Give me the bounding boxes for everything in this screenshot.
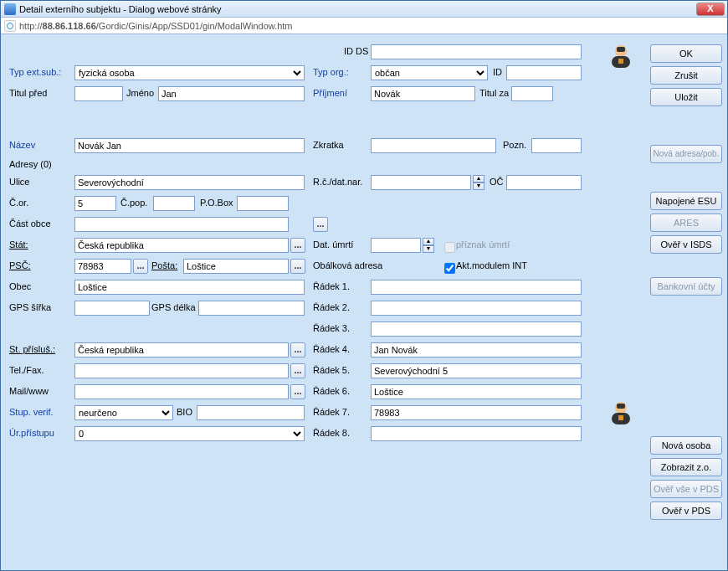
akt-modul-check[interactable] xyxy=(444,263,455,274)
radek1-field[interactable] xyxy=(371,280,582,295)
label-titul-pred: Titul před xyxy=(9,88,47,98)
label-prijmeni: Příjmení xyxy=(313,88,347,98)
mail-lookup-button[interactable]: ... xyxy=(290,384,305,399)
psc-field[interactable] xyxy=(74,259,131,274)
over-isds-button[interactable]: Ověř v ISDS xyxy=(650,235,722,254)
pozn-field[interactable] xyxy=(531,138,582,153)
svg-rect-6 xyxy=(617,404,625,409)
label-psc[interactable]: PSČ: xyxy=(9,260,31,270)
posta-field[interactable] xyxy=(183,259,289,274)
cor-field[interactable] xyxy=(74,196,116,211)
label-oc: OČ xyxy=(490,177,504,187)
stup-verif-select[interactable]: neurčeno xyxy=(74,405,173,420)
mail-field[interactable] xyxy=(74,384,289,399)
label-zkratka: Zkratka xyxy=(313,140,344,150)
ok-button[interactable]: OK xyxy=(650,44,722,63)
nova-osoba-button[interactable]: Nová osoba xyxy=(650,436,722,455)
label-radek8: Řádek 8. xyxy=(313,428,350,438)
obec-field[interactable] xyxy=(74,280,305,295)
cancel-button[interactable]: Zrušit xyxy=(650,66,722,85)
new-address-button[interactable]: Nová adresa/pob. xyxy=(650,145,722,163)
st-prislus-field[interactable] xyxy=(74,342,289,358)
stat-field[interactable] xyxy=(74,238,289,253)
label-pozn: Pozn. xyxy=(503,140,526,150)
label-posta[interactable]: Pošta: xyxy=(151,260,177,270)
label-radek5: Řádek 5. xyxy=(313,365,350,375)
posta-lookup-button[interactable]: ... xyxy=(290,259,305,274)
label-pobox: P.O.Box xyxy=(200,198,233,208)
form-main: ID DS Typ ext.sub.: fyzická osoba Typ or… xyxy=(9,44,645,447)
label-bio: BIO xyxy=(177,407,192,417)
radek5-field[interactable] xyxy=(371,363,582,378)
typ-ext-sub-select[interactable]: fyzická osoba xyxy=(74,65,305,80)
ur-pristupu-select[interactable]: 0 xyxy=(74,426,305,441)
label-priznak-umrti: příznak úmrtí xyxy=(456,239,510,249)
id-field[interactable] xyxy=(506,65,582,80)
radek4-field[interactable] xyxy=(371,342,582,358)
content-area: ID DS Typ ext.sub.: fyzická osoba Typ or… xyxy=(1,36,727,570)
gps-delka-field[interactable] xyxy=(198,301,305,316)
label-id-ds: ID DS xyxy=(344,46,368,56)
label-radek6: Řádek 6. xyxy=(313,386,350,396)
close-button[interactable]: X xyxy=(696,3,725,16)
label-tel: Tel./Fax. xyxy=(9,365,44,375)
url-path: /Gordic/Ginis/App/SSD01/gin/ModalWindow.… xyxy=(96,21,293,31)
person-icon-2 xyxy=(607,399,635,427)
typ-org-select[interactable]: občan xyxy=(371,65,488,80)
titul-za-field[interactable] xyxy=(511,86,553,101)
label-radek4: Řádek 4. xyxy=(313,344,350,354)
cpop-field[interactable] xyxy=(153,196,195,211)
titul-pred-field[interactable] xyxy=(74,86,123,101)
radek6-field[interactable] xyxy=(371,384,582,399)
pobox-field[interactable] xyxy=(237,196,289,211)
bio-field[interactable] xyxy=(197,405,305,420)
url-host: 88.86.118.66 xyxy=(43,21,96,31)
over-vse-pds-button[interactable]: Ověř vše v PDS xyxy=(650,480,722,498)
label-akt-modul: Akt.modulem INT xyxy=(456,260,527,270)
rc-spinner[interactable]: ▲▼ xyxy=(473,175,484,190)
stat-lookup-button[interactable]: ... xyxy=(290,238,305,253)
cast-obce-lookup-button[interactable]: ... xyxy=(313,217,328,232)
gps-sirka-field[interactable] xyxy=(74,301,150,316)
url-bar: http://88.86.118.66/Gordic/Ginis/App/SSD… xyxy=(1,18,727,34)
label-typ-org: Typ org.: xyxy=(313,67,349,77)
dialog-window: Detail externího subjektu - Dialog webov… xyxy=(0,0,728,571)
label-stat[interactable]: Stát: xyxy=(9,239,28,249)
st-prislus-lookup-button[interactable]: ... xyxy=(290,342,305,358)
label-ur-pristupu: Úr.přístupu xyxy=(9,428,54,438)
id-ds-field[interactable] xyxy=(371,44,582,59)
ulice-field[interactable] xyxy=(74,175,305,190)
tel-field[interactable] xyxy=(74,363,289,378)
tel-lookup-button[interactable]: ... xyxy=(290,363,305,378)
radek3-field[interactable] xyxy=(371,322,582,337)
zkratka-field[interactable] xyxy=(371,138,496,153)
label-radek2: Řádek 2. xyxy=(313,302,350,312)
oc-field[interactable] xyxy=(506,175,582,190)
save-button[interactable]: Uložit xyxy=(650,88,722,106)
radek2-field[interactable] xyxy=(371,301,582,316)
svg-rect-3 xyxy=(618,59,623,64)
dat-umrti-field[interactable] xyxy=(371,238,421,253)
zobrazit-zo-button[interactable]: Zobrazit z.o. xyxy=(650,458,722,476)
radek8-field[interactable] xyxy=(371,426,582,441)
cast-obce-field[interactable] xyxy=(74,217,289,232)
napojene-esu-button[interactable]: Napojené ESU xyxy=(650,192,722,210)
label-stup-verif: Stup. verif. xyxy=(9,407,54,417)
label-ulice: Ulice xyxy=(9,177,29,187)
label-nazev: Název xyxy=(9,140,35,150)
label-cast-obce: Část obce xyxy=(9,219,51,229)
rc-field[interactable] xyxy=(371,175,471,190)
over-pds-button[interactable]: Ověř v PDS xyxy=(650,502,722,520)
label-titul-za: Titul za xyxy=(479,88,509,98)
bankovni-ucty-button[interactable]: Bankovní účty xyxy=(650,277,722,296)
prijmeni-field[interactable] xyxy=(371,86,475,101)
dat-umrti-spinner[interactable]: ▲▼ xyxy=(423,238,434,253)
label-dat-umrti: Dat. úmrtí xyxy=(313,239,353,249)
window-title: Detail externího subjektu - Dialog webov… xyxy=(19,4,222,14)
psc-lookup-button[interactable]: ... xyxy=(133,259,148,274)
nazev-field[interactable] xyxy=(74,138,305,153)
radek7-field[interactable] xyxy=(371,405,582,420)
ares-button[interactable]: ARES xyxy=(650,213,722,232)
label-st-prislus[interactable]: St. přísluš.: xyxy=(9,344,55,354)
jmeno-field[interactable] xyxy=(158,86,305,101)
